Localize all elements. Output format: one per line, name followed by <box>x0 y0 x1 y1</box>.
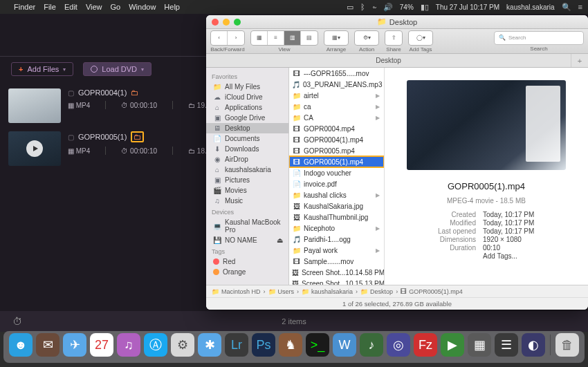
menu-file[interactable]: File <box>44 3 56 11</box>
sidebar-tag[interactable]: Red <box>206 256 288 267</box>
menu-help[interactable]: Help <box>164 3 180 11</box>
sidebar-item[interactable]: ☁︎iCloud Drive <box>206 92 288 102</box>
sidebar-item[interactable]: 💻Kaushal MacBook Pro <box>206 217 288 235</box>
dock-app[interactable]: ▶ <box>441 333 464 357</box>
dock-app[interactable]: 27 <box>90 333 113 357</box>
dock-app[interactable]: ✉ <box>36 333 59 357</box>
sidebar-item[interactable]: ⬇︎Downloads <box>206 144 288 154</box>
file-row[interactable]: 🖼Screen Shot...10.14.58 PM <box>289 267 384 278</box>
file-row[interactable]: 🎞GOPR0004.mp4 <box>289 123 384 134</box>
view-gallery-button[interactable]: ▤ <box>301 31 318 45</box>
path-segment[interactable]: 🎞GOPR0005(1).mp4 <box>401 288 463 295</box>
dock-app[interactable]: Ps <box>252 333 275 357</box>
file-row[interactable]: 🎵Paridhi-1....ogg <box>289 234 384 245</box>
sidebar-item[interactable]: 📁All My Files <box>206 82 288 92</box>
file-row[interactable]: 📁airtel▶ <box>289 90 384 101</box>
dock-app[interactable]: W <box>333 333 356 357</box>
add-files-button[interactable]: +Add Files▾ <box>11 62 73 76</box>
file-row[interactable]: 🎞Sample.......mov <box>289 256 384 267</box>
dock-app[interactable]: ✈ <box>63 333 86 357</box>
menu-go[interactable]: Go <box>111 3 121 11</box>
media-thumbnail[interactable] <box>8 131 61 166</box>
finder-tab[interactable]: Desktop <box>206 54 571 67</box>
minimize-button[interactable] <box>223 19 230 26</box>
file-row[interactable]: 🎞GOPR0005(1).mp4 <box>289 156 384 167</box>
path-segment[interactable]: 📁Users <box>268 288 295 295</box>
sidebar-tag[interactable]: Orange <box>206 267 288 277</box>
menu-edit[interactable]: Edit <box>64 3 77 11</box>
close-button[interactable] <box>212 19 219 26</box>
file-row[interactable]: 🎞GOPR0005.mp4 <box>289 145 384 156</box>
file-row[interactable]: 🖼KaushalSakaria.jpg <box>289 200 384 211</box>
dock-app[interactable]: Ⓐ <box>144 333 167 357</box>
dock-app[interactable]: ⚙ <box>171 333 194 357</box>
file-row[interactable]: 📁Payal work▶ <box>289 245 384 256</box>
path-segment[interactable]: 📁Macintosh HD <box>212 288 261 295</box>
sidebar-item[interactable]: ⌂kaushalsakaria <box>206 164 288 175</box>
dock-app[interactable]: ♫ <box>117 333 140 357</box>
forward-button[interactable]: › <box>228 31 244 45</box>
file-row[interactable]: 🖼KaushalThumbnil.jpg <box>289 211 384 223</box>
sidebar-item[interactable]: 🎬Movies <box>206 185 288 196</box>
dock-app[interactable]: ◎ <box>387 333 410 357</box>
file-row[interactable]: 🎞---GOPR1655.....mov <box>289 68 384 79</box>
sidebar-item[interactable]: 📄Documents <box>206 133 288 144</box>
dock-app[interactable]: ☻ <box>9 333 33 357</box>
clock-icon[interactable]: ⏱ <box>12 316 22 327</box>
menubar-datetime[interactable]: Thu 27 Jul 10:17 PM <box>436 3 499 11</box>
view-list-button[interactable]: ≡ <box>268 31 284 45</box>
file-row[interactable]: 🎵03_PURANI_JEANS.mp3 <box>289 79 384 90</box>
menu-view[interactable]: View <box>86 3 102 11</box>
add-tags-link[interactable]: Add Tags... <box>483 252 545 260</box>
preview-thumbnail[interactable] <box>407 80 566 170</box>
sidebar-item[interactable]: ⌂Applications <box>206 102 288 113</box>
eject-icon[interactable]: ⏏ <box>277 236 283 244</box>
action-button[interactable]: ⚙▾ <box>355 31 378 45</box>
media-thumbnail[interactable] <box>8 88 61 123</box>
back-button[interactable]: ‹ <box>211 31 228 45</box>
dock-app[interactable]: ♪ <box>360 333 383 357</box>
spotlight-icon[interactable]: 🔍 <box>562 3 571 12</box>
menubar-app[interactable]: Finder <box>14 3 35 11</box>
wifi-icon[interactable]: ⧜ <box>372 3 376 11</box>
file-row[interactable]: 📄invoice.pdf <box>289 178 384 189</box>
load-dvd-button[interactable]: Load DVD▾ <box>83 62 151 76</box>
dock-app[interactable]: Lr <box>225 333 248 357</box>
file-row[interactable]: 📁CA▶ <box>289 112 384 123</box>
dock-app[interactable]: 🗑 <box>555 333 579 357</box>
file-row[interactable]: 📁kaushal clicks▶ <box>289 189 384 200</box>
dock-app[interactable]: ▦ <box>468 333 491 357</box>
dock-app[interactable]: >_ <box>306 333 329 357</box>
dock-app[interactable]: Fz <box>414 333 437 357</box>
share-button[interactable]: ⇪ <box>385 31 402 45</box>
sidebar-item[interactable]: ♫Music <box>206 196 288 206</box>
view-icon-button[interactable]: ▦ <box>251 31 268 45</box>
bluetooth-icon[interactable]: ᛒ <box>360 3 365 11</box>
tags-button[interactable]: ◯▾ <box>409 31 432 45</box>
zoom-button[interactable] <box>234 19 241 26</box>
folder-icon[interactable]: 🗀 <box>134 133 141 141</box>
path-segment[interactable]: 📁kaushalsakaria <box>302 288 353 295</box>
menubar-user[interactable]: kaushal.sakaria <box>506 3 554 11</box>
file-row[interactable]: 🎞GOPR0004(1).mp4 <box>289 134 384 145</box>
file-row[interactable]: 📁Nicephoto▶ <box>289 223 384 234</box>
finder-titlebar[interactable]: 📁Desktop <box>206 15 588 29</box>
menu-window[interactable]: Window <box>129 3 156 11</box>
view-column-button[interactable]: ▥ <box>284 31 301 45</box>
airplay-icon[interactable]: ▭ <box>347 3 353 12</box>
file-row[interactable]: 📄Indogo voucher <box>289 167 384 178</box>
search-input[interactable]: 🔍Search <box>494 31 584 45</box>
sidebar-item[interactable]: 🖥Desktop <box>206 123 288 133</box>
dock-app[interactable]: ♞ <box>279 333 302 357</box>
notifications-icon[interactable]: ≡ <box>578 3 582 11</box>
sidebar-item[interactable]: 💾NO NAME⏏ <box>206 235 288 245</box>
battery-icon[interactable]: ▮▯ <box>421 3 429 12</box>
sidebar-item[interactable]: ▣Google Drive <box>206 113 288 123</box>
sidebar-item[interactable]: ▣Pictures <box>206 175 288 185</box>
dock-app[interactable]: ✱ <box>198 333 221 357</box>
new-tab-button[interactable]: + <box>571 54 588 67</box>
arrange-button[interactable]: ▦▾ <box>324 31 348 45</box>
play-icon[interactable] <box>26 140 43 157</box>
path-segment[interactable]: 📁Desktop <box>360 288 393 295</box>
file-row[interactable]: 📁ca▶ <box>289 101 384 112</box>
